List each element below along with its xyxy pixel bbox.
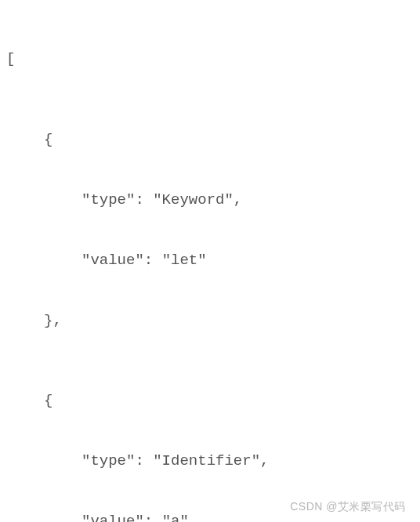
value-value: "a" bbox=[162, 513, 189, 522]
type-key: "type": bbox=[81, 452, 153, 469]
object-open: { bbox=[6, 391, 414, 411]
object-close: }, bbox=[6, 311, 414, 332]
value-key: "value": bbox=[81, 252, 162, 269]
type-value: "Keyword", bbox=[153, 191, 242, 208]
object-property-type: "type": "Identifier", bbox=[6, 451, 414, 472]
type-value: "Identifier", bbox=[153, 452, 269, 469]
object-property-type: "type": "Keyword", bbox=[6, 190, 414, 211]
watermark-text: CSDN @艾米栗写代码 bbox=[290, 499, 406, 514]
array-open-bracket: [ bbox=[6, 49, 414, 70]
value-value: "let" bbox=[162, 252, 207, 269]
code-block: [ { "type": "Keyword", "value": "let" },… bbox=[6, 9, 414, 522]
object-open: { bbox=[6, 130, 414, 150]
object-property-value: "value": "let" bbox=[6, 251, 414, 271]
value-key: "value": bbox=[81, 513, 162, 522]
type-key: "type": bbox=[81, 191, 153, 208]
